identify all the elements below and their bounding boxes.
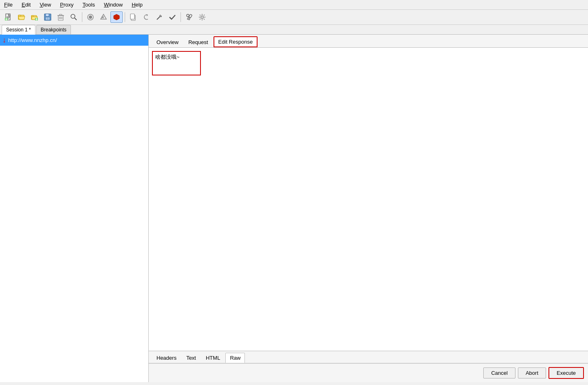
left-panel: ↓ http://www.nnzhp.cn/ bbox=[0, 35, 149, 382]
toolbar bbox=[0, 10, 588, 25]
stop-button[interactable] bbox=[110, 11, 123, 23]
response-editor[interactable] bbox=[152, 51, 201, 75]
tab-overview[interactable]: Overview bbox=[152, 37, 183, 47]
menu-bar: File Edit View Proxy Tools Window Help bbox=[0, 0, 588, 10]
separator-2 bbox=[125, 12, 125, 22]
record-button[interactable] bbox=[84, 11, 97, 23]
tab-text[interactable]: Text bbox=[182, 353, 200, 363]
tab-session1[interactable]: Session 1 * bbox=[2, 25, 35, 35]
delete-button[interactable] bbox=[55, 11, 67, 23]
session-tab-strip: Session 1 * Breakpoints bbox=[0, 25, 588, 35]
undo-button[interactable] bbox=[140, 11, 152, 23]
svg-point-36 bbox=[187, 14, 189, 17]
menu-file[interactable]: File bbox=[2, 1, 15, 9]
settings-button[interactable] bbox=[196, 11, 208, 23]
download-arrow-icon: ↓ bbox=[2, 36, 6, 44]
url-label: http://www.nnzhp.cn/ bbox=[8, 37, 57, 43]
content-area bbox=[149, 48, 588, 351]
separator-3 bbox=[181, 12, 181, 22]
abort-button[interactable]: Abort bbox=[518, 367, 546, 378]
menu-help[interactable]: Help bbox=[129, 1, 145, 9]
menu-proxy[interactable]: Proxy bbox=[57, 1, 76, 9]
svg-marker-30 bbox=[114, 14, 119, 20]
svg-line-25 bbox=[75, 18, 77, 20]
new-button[interactable] bbox=[2, 11, 15, 23]
tab-breakpoints[interactable]: Breakpoints bbox=[36, 25, 71, 34]
svg-rect-23 bbox=[59, 14, 62, 15]
svg-rect-17 bbox=[46, 18, 49, 20]
tab-raw[interactable]: Raw bbox=[225, 353, 245, 363]
menu-view[interactable]: View bbox=[37, 1, 53, 9]
tab-headers[interactable]: Headers bbox=[152, 353, 181, 363]
separator-1 bbox=[82, 12, 82, 22]
execute-button[interactable]: Execute bbox=[548, 367, 584, 379]
open-folder-button[interactable] bbox=[29, 11, 41, 23]
url-list-item[interactable]: ↓ http://www.nnzhp.cn/ bbox=[0, 35, 148, 46]
svg-rect-32 bbox=[130, 14, 134, 19]
intercept-button[interactable] bbox=[97, 11, 110, 23]
svg-rect-15 bbox=[46, 14, 49, 16]
copy-button[interactable] bbox=[127, 11, 139, 23]
sub-tab-strip: Overview Request Edit Response bbox=[149, 35, 588, 48]
open-button[interactable] bbox=[15, 11, 28, 23]
tools-button[interactable] bbox=[183, 11, 195, 23]
svg-point-37 bbox=[201, 16, 203, 18]
tab-edit-response[interactable]: Edit Response bbox=[214, 36, 258, 47]
main-area: ↓ http://www.nnzhp.cn/ Overview Request … bbox=[0, 35, 588, 382]
svg-rect-8 bbox=[18, 15, 21, 16]
svg-point-24 bbox=[71, 14, 75, 18]
tab-request[interactable]: Request bbox=[184, 37, 212, 47]
bottom-tab-strip: Headers Text HTML Raw bbox=[149, 351, 588, 363]
right-panel: Overview Request Edit Response Headers T… bbox=[149, 35, 588, 382]
menu-tools[interactable]: Tools bbox=[80, 1, 97, 9]
tab-html[interactable]: HTML bbox=[201, 353, 225, 363]
find-button[interactable] bbox=[68, 11, 80, 23]
svg-point-27 bbox=[89, 15, 92, 19]
edit-button[interactable] bbox=[153, 11, 165, 23]
save-button[interactable] bbox=[42, 11, 54, 23]
cancel-button[interactable]: Cancel bbox=[483, 367, 515, 378]
action-bar: Cancel Abort Execute bbox=[149, 363, 588, 382]
check-button[interactable] bbox=[166, 11, 178, 23]
menu-edit[interactable]: Edit bbox=[19, 1, 33, 9]
menu-window[interactable]: Window bbox=[101, 1, 125, 9]
